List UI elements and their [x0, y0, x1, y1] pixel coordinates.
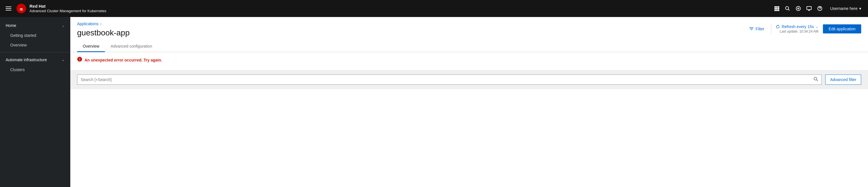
- refresh-dropdown-icon: ⌄: [815, 25, 818, 29]
- refresh-button[interactable]: Refresh every 15s ⌄: [776, 24, 818, 29]
- sidebar-item-getting-started[interactable]: Getting started: [0, 31, 70, 40]
- sidebar-section-automate-label: Automate infrastructure: [6, 58, 47, 62]
- error-icon: !: [77, 57, 82, 63]
- navbar-icons: Username here ▾: [774, 6, 864, 11]
- sidebar-item-overview[interactable]: Overview: [0, 40, 70, 50]
- svg-line-24: [817, 80, 818, 81]
- sidebar-automate-chevron: ⌄: [62, 58, 65, 62]
- svg-point-11: [785, 6, 788, 10]
- error-banner: ! An unexpected error occurred. Try agai…: [70, 52, 868, 68]
- breadcrumb-applications[interactable]: Applications: [77, 22, 99, 26]
- navbar: RH Red Hat Advanced Cluster Management f…: [0, 0, 868, 17]
- search-icon-input: [813, 77, 818, 83]
- username-label: Username here: [830, 6, 858, 11]
- edit-application-button[interactable]: Edit application: [823, 24, 861, 33]
- search-magnifier-icon: [813, 77, 818, 81]
- refresh-label: Refresh every 15s: [781, 24, 814, 29]
- error-circle-icon: !: [77, 57, 82, 62]
- advanced-filter-button[interactable]: Advanced filter: [825, 74, 861, 85]
- main-content: Applications › guestbook-app Filter: [70, 17, 868, 187]
- svg-rect-9: [776, 10, 778, 11]
- user-dropdown-icon: ▾: [859, 6, 861, 11]
- sidebar-section-home[interactable]: Home ⌄: [0, 21, 70, 31]
- monitor-icon[interactable]: [806, 6, 812, 11]
- svg-rect-3: [776, 6, 778, 8]
- sidebar: Home ⌄ Getting started Overview Automate…: [0, 17, 70, 187]
- svg-rect-16: [807, 6, 811, 10]
- search-section: Advanced filter: [70, 70, 868, 89]
- sidebar-home-chevron: ⌄: [62, 24, 65, 28]
- tabs-row: Overview Advanced configuration: [77, 41, 861, 52]
- header-divider: [771, 24, 771, 34]
- help-icon[interactable]: [817, 6, 823, 11]
- redhat-logo-svg: RH: [16, 3, 27, 14]
- breadcrumb-row: Applications ›: [77, 22, 129, 26]
- svg-rect-4: [778, 6, 779, 8]
- app-layout: Home ⌄ Getting started Overview Automate…: [0, 17, 868, 187]
- svg-line-12: [788, 9, 789, 11]
- sidebar-item-clusters-label: Clusters: [10, 67, 25, 72]
- tab-overview[interactable]: Overview: [77, 41, 105, 52]
- sidebar-section-home-label: Home: [6, 23, 16, 28]
- filter-button[interactable]: Filter: [747, 26, 767, 32]
- filter-label: Filter: [755, 27, 764, 31]
- add-icon[interactable]: [796, 6, 801, 11]
- breadcrumb-separator: ›: [100, 22, 102, 26]
- refresh-section: Refresh every 15s ⌄ Last update: 10:34:2…: [776, 24, 818, 33]
- navbar-title: Red Hat Advanced Cluster Management for …: [29, 3, 106, 13]
- brand-name: Red Hat: [29, 3, 106, 9]
- sidebar-item-overview-label: Overview: [10, 43, 27, 47]
- refresh-icon: [776, 25, 780, 29]
- redhat-logo: RH: [16, 3, 27, 14]
- svg-point-20: [819, 9, 820, 10]
- page-header: Applications › guestbook-app Filter: [70, 17, 868, 52]
- search-icon[interactable]: [785, 6, 790, 11]
- search-container: [77, 74, 822, 85]
- svg-rect-5: [774, 8, 776, 9]
- svg-rect-8: [774, 10, 776, 11]
- search-input[interactable]: [81, 77, 813, 82]
- tab-advanced-config[interactable]: Advanced configuration: [105, 41, 158, 52]
- sidebar-item-getting-started-label: Getting started: [10, 33, 36, 38]
- filter-icon: [749, 27, 754, 31]
- svg-text:!: !: [79, 58, 80, 61]
- user-menu[interactable]: Username here ▾: [828, 6, 864, 11]
- svg-rect-10: [778, 10, 779, 11]
- last-update: Last update: 10:34:24 AM: [780, 29, 818, 33]
- hamburger-menu[interactable]: [4, 5, 12, 11]
- navbar-subtitle: Advanced Cluster Management for Kubernet…: [29, 9, 106, 13]
- tab-overview-label: Overview: [83, 44, 99, 49]
- svg-rect-7: [778, 8, 779, 9]
- sidebar-section-automate[interactable]: Automate infrastructure ⌄: [0, 55, 70, 65]
- sidebar-divider-1: [0, 52, 70, 53]
- tab-advanced-config-label: Advanced configuration: [111, 44, 152, 49]
- page-title-row: guestbook-app: [77, 28, 129, 37]
- svg-point-23: [814, 77, 817, 80]
- svg-rect-6: [776, 8, 778, 9]
- svg-rect-2: [774, 6, 776, 8]
- sidebar-item-clusters[interactable]: Clusters: [0, 65, 70, 74]
- svg-text:RH: RH: [20, 8, 23, 11]
- error-message: An unexpected error occurred. Try again.: [85, 58, 162, 62]
- page-title: guestbook-app: [77, 28, 129, 37]
- brand: RH Red Hat Advanced Cluster Management f…: [16, 3, 106, 14]
- apps-icon[interactable]: [774, 6, 779, 11]
